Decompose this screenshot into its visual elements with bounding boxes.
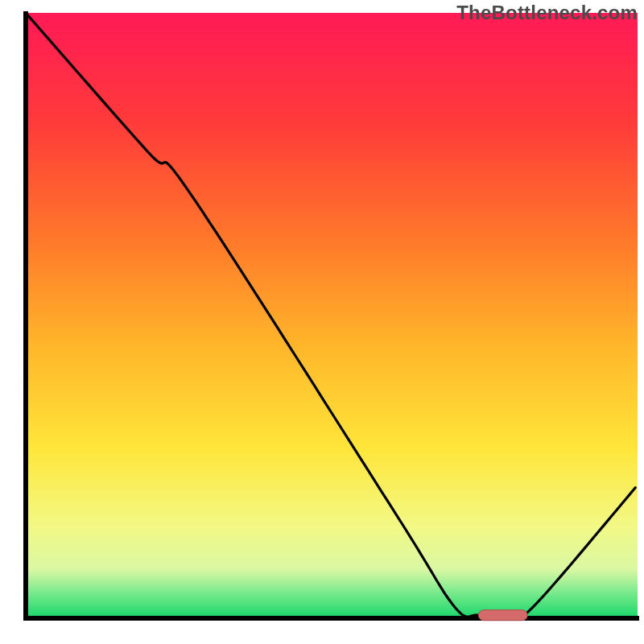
optimal-range-marker — [0, 0, 644, 644]
watermark-text: TheBottleneck.com — [456, 2, 638, 24]
chart-container: TheBottleneck.com — [0, 0, 644, 644]
